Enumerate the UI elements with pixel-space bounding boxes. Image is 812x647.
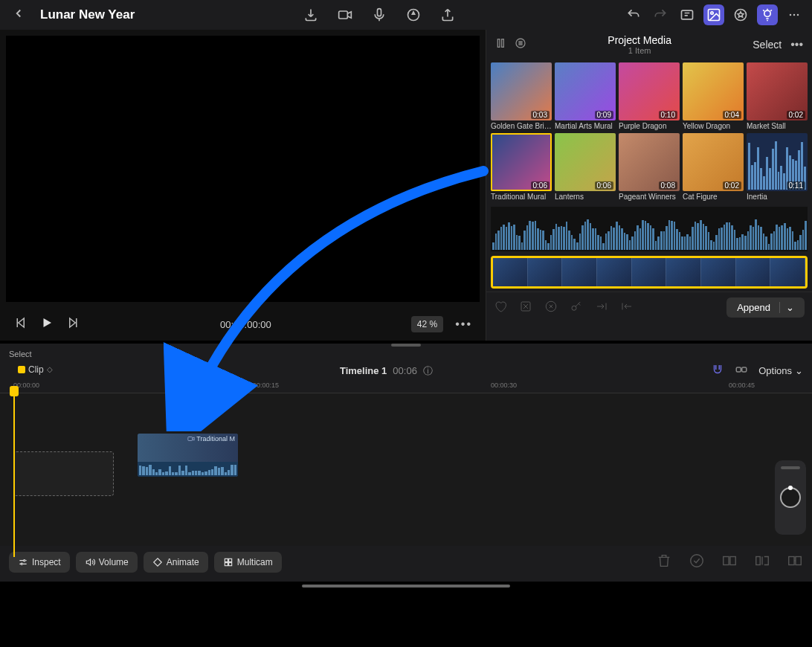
clear-rating-button[interactable] (544, 300, 558, 316)
media-grid: 0:03Golden Gate Bridge0:09Martial Arts M… (486, 59, 812, 204)
insert-button[interactable] (754, 553, 770, 572)
svg-rect-12 (502, 39, 504, 48)
marker-icon (406, 7, 421, 22)
skip-back-icon (13, 316, 27, 329)
prev-button[interactable] (13, 316, 27, 332)
media-thumb[interactable]: 0:11 (747, 133, 808, 191)
favorite-button[interactable] (494, 300, 507, 316)
overwrite-button[interactable] (787, 553, 803, 572)
play-button[interactable] (40, 316, 54, 332)
back-button[interactable] (7, 4, 30, 27)
redo-button[interactable] (650, 4, 671, 25)
timeline-options-button[interactable]: Options ⌄ (758, 365, 803, 376)
clip-type-label: Clip (28, 364, 44, 375)
media-list-button[interactable] (515, 37, 526, 52)
media-item[interactable]: 0:02Market Stall (747, 62, 808, 130)
media-item[interactable]: 0:06Traditional Mural (491, 133, 552, 201)
media-duration: 0:08 (659, 181, 677, 190)
append-dropdown[interactable]: ⌄ (779, 302, 794, 313)
snap-icon (711, 363, 724, 376)
animate-button[interactable]: Animate (144, 552, 208, 573)
media-item[interactable]: 0:06Lanterns (555, 133, 616, 201)
multicam-button[interactable]: Multicam (214, 552, 282, 573)
import-button[interactable] (300, 4, 321, 25)
media-waveform-preview[interactable] (491, 207, 808, 251)
enable-button[interactable] (689, 553, 705, 572)
viewer-timecode: 00:00:00:00 (220, 319, 271, 330)
arrow-in-icon (595, 300, 608, 313)
media-thumb[interactable]: 0:06 (555, 133, 616, 191)
keyword-button[interactable] (570, 300, 583, 316)
text-tool-button[interactable] (677, 4, 697, 25)
snap-button[interactable] (711, 363, 724, 379)
playhead[interactable] (13, 393, 15, 557)
media-more-button[interactable]: ••• (790, 38, 803, 51)
media-item[interactable]: 0:03Golden Gate Bridge (491, 62, 552, 130)
voiceover-button[interactable] (369, 4, 390, 25)
zoom-level[interactable]: 42 % (411, 316, 443, 332)
timeline-tracks[interactable]: Traditional M (0, 393, 812, 557)
media-label: Lanterns (555, 193, 616, 201)
media-label: Traditional Mural (491, 193, 552, 201)
timeline-header: Clip ◇ Timeline 1 00:06 ⓘ Options ⌄ (0, 358, 812, 380)
media-thumb[interactable]: 0:10 (619, 62, 680, 120)
media-item[interactable]: 0:04Yellow Dragon (683, 62, 744, 130)
svg-rect-17 (736, 367, 741, 372)
camera-button[interactable] (335, 4, 355, 25)
media-label: Golden Gate Bridge (491, 122, 552, 130)
in-out-forward-button[interactable] (595, 300, 608, 316)
volume-button[interactable]: Volume (76, 552, 138, 573)
media-thumb[interactable]: 0:04 (683, 62, 744, 120)
clip-camera-icon (187, 435, 195, 442)
heart-icon (494, 300, 507, 313)
dragged-clip[interactable]: Traditional M (138, 434, 238, 477)
svg-rect-0 (338, 11, 347, 19)
in-out-back-button[interactable] (620, 300, 634, 316)
media-thumb[interactable]: 0:06 (491, 133, 552, 191)
viewer-canvas[interactable] (6, 36, 480, 302)
media-thumb[interactable]: 0:02 (747, 62, 808, 120)
undo-button[interactable] (623, 4, 644, 25)
media-duration: 0:03 (531, 111, 550, 119)
media-column-button[interactable] (495, 37, 507, 52)
media-thumb[interactable]: 0:03 (491, 62, 552, 120)
media-item[interactable]: 0:10Purple Dragon (619, 62, 680, 130)
viewer-more-button[interactable]: ••• (455, 318, 472, 331)
bottom-toolbar: Inspect Volume Animate Multicam (0, 546, 812, 579)
clip-type-selector[interactable]: Clip ◇ (9, 364, 62, 378)
timeline-ruler[interactable]: 00:00:0000:00:1500:00:3000:00:45 (0, 380, 812, 393)
append-button[interactable]: Append ⌄ (726, 297, 805, 318)
inspector-button[interactable] (757, 4, 778, 25)
home-indicator[interactable] (302, 585, 510, 588)
svg-point-26 (691, 555, 703, 567)
media-item[interactable]: 0:09Martial Arts Mural (555, 62, 616, 130)
link-button[interactable] (735, 363, 748, 379)
inspect-button[interactable]: Inspect (9, 552, 70, 573)
delete-button[interactable] (656, 553, 672, 572)
media-filmstrip[interactable] (491, 256, 808, 289)
media-thumb[interactable]: 0:09 (555, 62, 616, 120)
media-header: Project Media 1 Item Select ••• (486, 30, 812, 59)
media-thumb[interactable]: 0:02 (683, 133, 744, 191)
media-thumb[interactable]: 0:08 (619, 133, 680, 191)
media-item[interactable]: 0:02Cat Figure (683, 133, 744, 201)
share-button[interactable] (437, 4, 458, 25)
media-title: Project Media (526, 34, 753, 46)
media-item[interactable]: 0:11Inertia (747, 133, 808, 201)
media-select-button[interactable]: Select (753, 39, 782, 51)
reject-button[interactable] (519, 300, 532, 316)
next-button[interactable] (67, 316, 80, 332)
split-button[interactable] (721, 553, 738, 572)
svg-rect-24 (225, 563, 228, 566)
media-item[interactable]: 0:08Pageant Winners (619, 133, 680, 201)
timeline-dropzone[interactable] (13, 451, 114, 496)
timeline-info-button[interactable]: ⓘ (423, 364, 433, 378)
timeline-duration: 00:06 (393, 365, 417, 376)
media-browser-button[interactable] (703, 4, 724, 25)
effects-button[interactable] (730, 4, 751, 25)
jog-wheel[interactable] (775, 460, 806, 535)
jog-handle[interactable] (781, 466, 800, 469)
marker-button[interactable] (403, 4, 424, 25)
reject-icon (519, 300, 532, 313)
more-button[interactable] (784, 4, 805, 25)
